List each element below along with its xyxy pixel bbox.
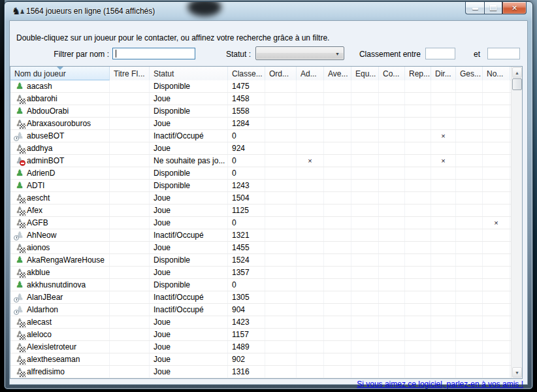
player-row[interactable]: ♟abuseBOTInactif/Occupé0× <box>10 130 511 142</box>
player-row[interactable]: ♟AldarhonInactif/Occupé904 <box>10 304 511 316</box>
checkerboard-overlay-icon <box>20 359 25 365</box>
column-header-title[interactable]: Titre FI... <box>110 67 150 80</box>
cell-status: Joue <box>150 366 228 378</box>
column-header-equ[interactable]: Equ... <box>351 67 379 80</box>
cell-name: ♟akblue <box>10 267 110 278</box>
cell-title <box>110 254 150 266</box>
cell-title <box>110 167 150 179</box>
cell-rep <box>405 105 431 117</box>
player-row[interactable]: ♟ADTIDisponible1243 <box>10 180 511 192</box>
player-row[interactable]: ♟alextheseamanJoue902 <box>10 353 511 366</box>
column-header-co[interactable]: Co... <box>379 67 405 80</box>
cell-ad <box>297 192 324 204</box>
scrollbar-thumb[interactable] <box>512 78 522 90</box>
minimize-button[interactable] <box>465 2 484 14</box>
cell-rep <box>405 329 431 340</box>
player-row[interactable]: ♟AkaRengaWareHouseDisponible1524 <box>10 254 511 267</box>
name-filter-input[interactable] <box>112 48 195 59</box>
column-header-label: Rep... <box>409 69 430 78</box>
column-header-label: Ges... <box>460 69 481 78</box>
player-row[interactable]: ♟AlanJBearInactif/Occupé1305 <box>10 291 511 304</box>
column-header-ges[interactable]: Ges... <box>456 67 483 80</box>
column-header-ad[interactable]: Ad... <box>297 67 324 80</box>
player-row[interactable]: ♟AbraxasouroburosJoue1284 <box>10 118 511 130</box>
player-row[interactable]: ♟alfredisimoJoue1316 <box>10 366 511 378</box>
player-row[interactable]: ♟akkhusnutdinovaDisponible0 <box>10 279 511 291</box>
cell-no <box>483 192 510 204</box>
pawn-available-icon: ♟ <box>14 280 25 290</box>
player-name: Alexisletroteur <box>27 342 76 351</box>
column-header-status[interactable]: Statut <box>150 67 228 80</box>
player-row[interactable]: ♟alelocoJoue1157 <box>10 329 511 341</box>
column-header-name[interactable]: Nom du joueur <box>10 67 110 80</box>
vertical-scrollbar[interactable]: ▲ ▼ <box>511 67 522 378</box>
player-name: aleloco <box>27 330 52 339</box>
cell-value-rating: 1489 <box>232 342 250 351</box>
cell-value-rating: 1243 <box>232 181 250 190</box>
column-header-rating[interactable]: Classe... <box>228 67 265 80</box>
share-link[interactable]: Si vous aimez ce logiciel, parlez-en à v… <box>357 380 523 389</box>
column-header-ord[interactable]: Ord... <box>265 67 297 80</box>
cell-rating: 904 <box>228 304 265 316</box>
cell-status: Joue <box>150 192 228 204</box>
column-header-label: Nom du joueur <box>14 69 66 78</box>
cell-equ <box>351 204 379 216</box>
cell-name: ♟AlanJBear <box>10 291 110 303</box>
player-row[interactable]: ♟AfexJoue1125 <box>10 204 511 217</box>
cell-rep <box>405 291 431 303</box>
cell-no <box>483 329 510 340</box>
player-name: AbdouOrabi <box>27 106 69 116</box>
column-header-rep[interactable]: Rep... <box>405 67 431 80</box>
cell-ord <box>265 204 297 216</box>
pawn-available-icon: ♟ <box>14 168 25 178</box>
player-row[interactable]: ♟AlexisletroteurJoue1489 <box>10 341 511 353</box>
sort-arrow-icon <box>57 67 63 70</box>
column-header-dir[interactable]: Dir... <box>431 67 456 80</box>
cell-no <box>483 291 510 303</box>
player-row[interactable]: ♟AbdouOrabiDisponible1558 <box>10 105 511 118</box>
cell-rep <box>405 267 431 278</box>
column-header-no[interactable]: No... <box>483 67 510 80</box>
player-row[interactable]: ♟aionosJoue1455 <box>10 242 511 254</box>
column-header-label: Dir... <box>435 69 451 78</box>
cell-rating: 0 <box>228 130 265 142</box>
cell-dir <box>431 204 456 216</box>
player-row[interactable]: ♟alecastJoue1423 <box>10 316 511 329</box>
maximize-button[interactable] <box>484 2 502 14</box>
cell-ad <box>297 353 324 365</box>
pawn-playing-icon: ♟ <box>14 354 25 365</box>
cell-rating: 1125 <box>228 204 265 216</box>
cell-title <box>110 180 150 191</box>
cell-rep <box>405 229 431 241</box>
cell-ad: × <box>297 155 324 167</box>
player-row[interactable]: ♟abbarohiJoue1458 <box>10 93 511 105</box>
player-row[interactable]: ♟aeschtJoue1504 <box>10 192 511 204</box>
cell-name: ♟AGFB <box>10 217 110 229</box>
pawn-playing-icon: ♟ <box>14 242 25 253</box>
cell-equ <box>351 279 379 291</box>
player-row[interactable]: ♟addhyaJoue924 <box>10 142 511 155</box>
scroll-up-button[interactable]: ▲ <box>512 67 522 78</box>
cell-ad <box>297 93 324 105</box>
cell-value-status: Joue <box>154 218 171 227</box>
cell-value-rating: 0 <box>232 218 236 227</box>
column-header-ave[interactable]: Ave... <box>324 67 351 80</box>
rating-min-input[interactable] <box>425 48 455 59</box>
window-titlebar[interactable]: ♞♟ 1564 joueurs en ligne (1564 affichés)… <box>5 2 532 20</box>
rating-max-input[interactable] <box>487 48 520 59</box>
player-row[interactable]: ♟AGFBJoue0× <box>10 217 511 229</box>
pawn-available-icon: ♟ <box>14 106 25 116</box>
status-dropdown[interactable]: ▼ <box>255 46 344 60</box>
scroll-down-button[interactable]: ▼ <box>512 367 522 378</box>
player-row[interactable]: ♟adminBOTNe souhaite pas jo...0×× <box>10 155 511 167</box>
player-row[interactable]: ♟akblueJoue1357 <box>10 267 511 279</box>
cell-ave <box>324 192 351 204</box>
cell-value-rating: 0 <box>232 156 236 165</box>
cell-dir <box>431 192 456 204</box>
player-row[interactable]: ♟AdrienDDisponible0 <box>10 167 511 180</box>
instruction-text: Double-cliquez sur un joueur pour le con… <box>16 33 329 42</box>
close-button[interactable]: ✕ <box>502 2 527 14</box>
player-row[interactable]: ♟aacashDisponible1475 <box>10 80 511 93</box>
cell-rating: 0 <box>228 279 265 291</box>
player-row[interactable]: ♟AhNeowInactif/Occupé1321 <box>10 229 511 242</box>
